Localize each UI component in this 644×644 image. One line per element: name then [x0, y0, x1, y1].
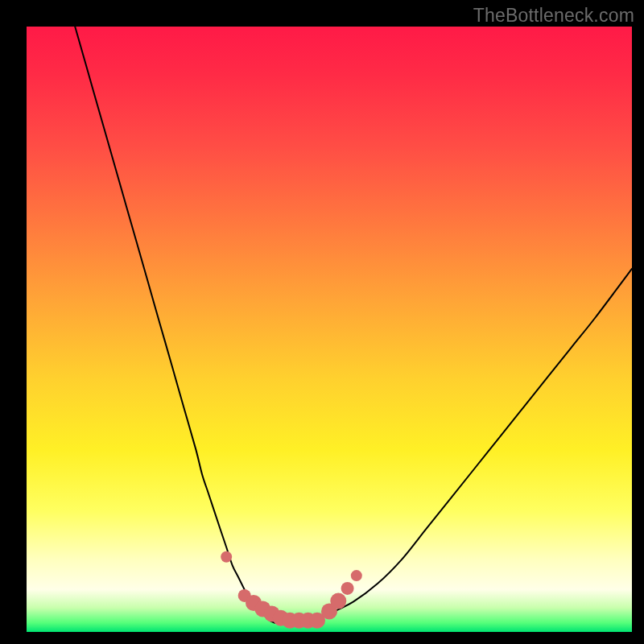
curve-path-group	[75, 27, 632, 623]
curve-svg	[27, 27, 632, 632]
highlight-dot	[221, 551, 232, 563]
chart-frame: TheBottleneck.com	[0, 0, 644, 644]
watermark-text: TheBottleneck.com	[473, 5, 634, 27]
highlight-dot	[341, 582, 354, 595]
highlight-dot	[351, 570, 362, 581]
plot-area	[27, 27, 632, 632]
highlight-dot	[330, 593, 346, 609]
bottleneck-curve	[75, 27, 632, 623]
marker-group	[221, 551, 362, 629]
